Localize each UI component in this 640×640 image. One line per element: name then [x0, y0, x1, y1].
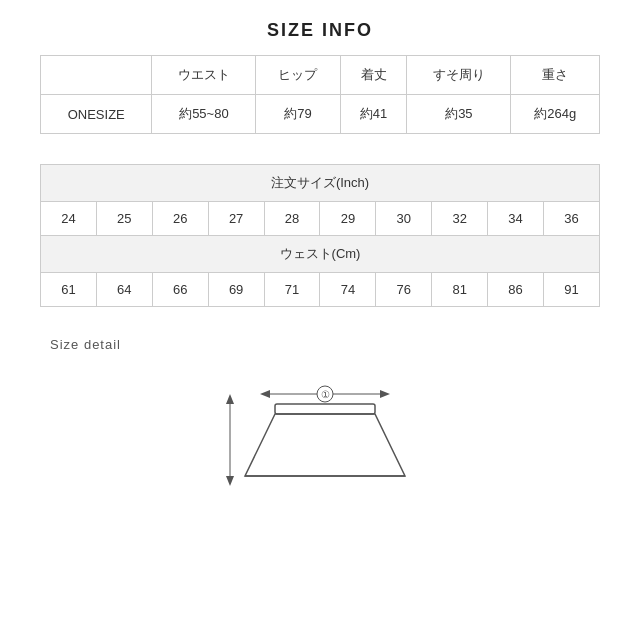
cm-value-cell: 61	[41, 273, 97, 307]
cm-values-row: 61646669717476818691	[41, 273, 600, 307]
inch-header-row: 注文サイズ(Inch)	[41, 165, 600, 202]
svg-marker-8	[226, 394, 234, 404]
cm-label: ウェスト(Cm)	[41, 236, 600, 273]
inch-value-cell: 30	[376, 202, 432, 236]
inch-value-cell: 28	[264, 202, 320, 236]
main-table-header-cell: 着丈	[340, 56, 407, 95]
main-table-cell: 約35	[407, 95, 511, 134]
inch-value-cell: 26	[152, 202, 208, 236]
inch-label: 注文サイズ(Inch)	[41, 165, 600, 202]
main-table-row: ONESIZE約55~80約79約41約35約264g	[41, 95, 600, 134]
main-table-header-cell: すそ周り	[407, 56, 511, 95]
inch-value-cell: 27	[208, 202, 264, 236]
cm-value-cell: 76	[376, 273, 432, 307]
svg-rect-5	[275, 404, 375, 414]
cm-value-cell: 71	[264, 273, 320, 307]
svg-marker-9	[226, 476, 234, 486]
cm-value-cell: 91	[544, 273, 600, 307]
inch-value-cell: 29	[320, 202, 376, 236]
inch-values-row: 24252627282930323436	[41, 202, 600, 236]
main-table-header-cell	[41, 56, 152, 95]
main-size-table: ウエストヒップ着丈すそ周り重さ ONESIZE約55~80約79約41約35約2…	[40, 55, 600, 134]
cm-value-cell: 81	[432, 273, 488, 307]
main-table-body: ONESIZE約55~80約79約41約35約264g	[41, 95, 600, 134]
size-detail-title: Size detail	[40, 337, 600, 352]
diagram-area: ①	[40, 366, 600, 496]
main-table-cell: 約79	[256, 95, 340, 134]
cm-header-row: ウェスト(Cm)	[41, 236, 600, 273]
main-table-cell: ONESIZE	[41, 95, 152, 134]
inch-value-cell: 34	[488, 202, 544, 236]
inch-value-cell: 36	[544, 202, 600, 236]
main-table-cell: 約264g	[511, 95, 600, 134]
svg-marker-1	[260, 390, 270, 398]
main-table-header-cell: ヒップ	[256, 56, 340, 95]
svg-marker-2	[380, 390, 390, 398]
page-container: SIZE INFO ウエストヒップ着丈すそ周り重さ ONESIZE約55~80約…	[0, 0, 640, 516]
cm-value-cell: 69	[208, 273, 264, 307]
main-table-cell: 約41	[340, 95, 407, 134]
inch-cm-table: 注文サイズ(Inch) 24252627282930323436 ウェスト(Cm…	[40, 164, 600, 307]
size-info-title: SIZE INFO	[40, 20, 600, 41]
inch-value-cell: 25	[96, 202, 152, 236]
size-diagram: ①	[190, 376, 450, 496]
inch-value-cell: 24	[41, 202, 97, 236]
inch-value-cell: 32	[432, 202, 488, 236]
main-table-header-cell: 重さ	[511, 56, 600, 95]
cm-value-cell: 86	[488, 273, 544, 307]
cm-value-cell: 66	[152, 273, 208, 307]
main-table-header-row: ウエストヒップ着丈すそ周り重さ	[41, 56, 600, 95]
main-table-header-cell: ウエスト	[152, 56, 256, 95]
svg-text:①: ①	[321, 389, 330, 400]
cm-value-cell: 74	[320, 273, 376, 307]
main-table-cell: 約55~80	[152, 95, 256, 134]
cm-value-cell: 64	[96, 273, 152, 307]
